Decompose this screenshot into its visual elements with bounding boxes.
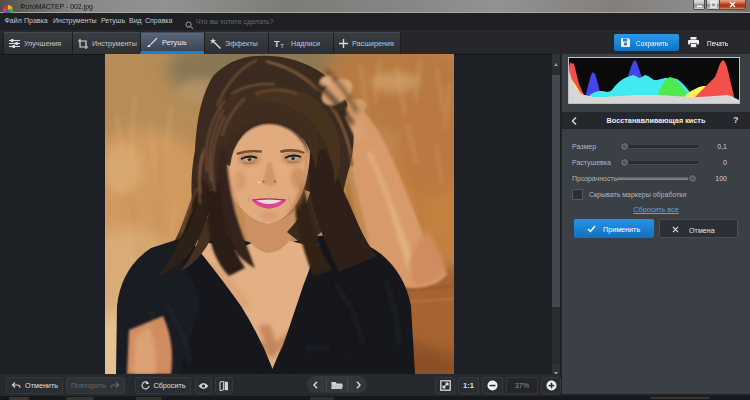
svg-text:т: т <box>281 42 285 49</box>
svg-text:T: T <box>274 39 280 48</box>
